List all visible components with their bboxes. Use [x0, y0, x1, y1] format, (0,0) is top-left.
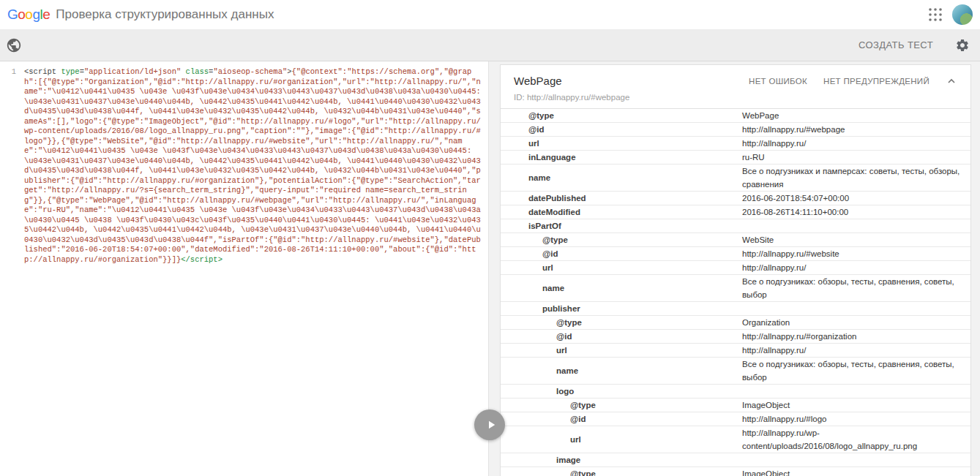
property-name: url	[501, 433, 742, 446]
property-name: @id	[501, 412, 742, 426]
create-test-button[interactable]: СОЗДАТЬ ТЕСТ	[859, 39, 933, 50]
user-avatar[interactable]	[952, 4, 973, 25]
structured-data-result-card: WebPage НЕТ ОШИБОК НЕТ ПРЕДУПРЕЖДЕНИЙ ID…	[500, 64, 971, 476]
property-row: logo	[501, 384, 970, 398]
property-value: Все о подгузниках и памперсах: советы, т…	[742, 165, 970, 191]
property-value: http://allnappy.ru/#logo	[742, 412, 970, 426]
property-name: name	[501, 364, 742, 377]
property-value: http://allnappy.ru/#organization	[742, 330, 970, 343]
code-segment-atn: type	[61, 67, 79, 76]
play-icon	[485, 418, 498, 431]
property-value: ImageObject	[742, 467, 970, 476]
code-segment-etag: </script>	[181, 255, 222, 264]
app-header: Google Проверка структурированных данных	[0, 0, 980, 29]
entity-type-title: WebPage	[514, 75, 749, 87]
property-name: @type	[501, 109, 742, 122]
property-row: @typeOrganization	[501, 315, 970, 329]
property-name: dateModified	[501, 205, 742, 219]
logo-letter: g	[32, 7, 40, 22]
property-value: http://allnappy.ru/#webpage	[742, 123, 970, 136]
property-value: ImageObject	[742, 398, 970, 412]
property-name: @id	[501, 330, 742, 343]
property-value: WebSite	[742, 233, 970, 246]
result-card-header: WebPage НЕТ ОШИБОК НЕТ ПРЕДУПРЕЖДЕНИЙ ID…	[501, 65, 970, 109]
warnings-filter[interactable]: НЕТ ПРЕДУПРЕЖДЕНИЙ	[823, 77, 929, 86]
google-logo[interactable]: Google	[7, 7, 50, 23]
property-row: nameВсе о подгузниках: обзоры, тесты, ср…	[501, 274, 970, 301]
property-value: 2016-08-26T14:11:10+00:00	[742, 205, 970, 219]
settings-gear-icon[interactable]	[955, 38, 970, 53]
code-editor-panel: 1 <script type="application/ld+json" cla…	[0, 61, 489, 476]
property-row: @typeImageObject	[501, 466, 970, 476]
property-row: nameВсе о подгузниках и памперсах: совет…	[501, 164, 970, 191]
property-row: @typeImageObject	[501, 398, 970, 412]
property-name: url	[501, 261, 742, 274]
logo-letter: e	[42, 7, 50, 22]
property-row: datePublished2016-06-20T18:54:07+00:00	[501, 191, 970, 205]
jsonld-code-editor[interactable]: <script type="application/ld+json" class…	[19, 61, 488, 476]
property-row: @idhttp://allnappy.ru/#webpage	[501, 122, 970, 136]
property-name: isPartOf	[501, 219, 742, 233]
page-title: Проверка структурированных данных	[56, 7, 929, 22]
property-name: @id	[501, 247, 742, 260]
property-name: url	[501, 137, 742, 150]
globe-icon[interactable]	[6, 37, 22, 53]
property-row: nameВсе о подгузниках: обзоры, тесты, ср…	[501, 357, 970, 384]
property-row: @typeWebPage	[501, 109, 970, 122]
logo-letter: o	[25, 7, 32, 22]
property-name: @type	[501, 233, 742, 246]
property-row: urlhttp://allnappy.ru/	[501, 260, 970, 274]
apps-grid-icon[interactable]	[929, 8, 942, 21]
property-row: isPartOf	[501, 219, 970, 233]
property-row: dateModified2016-08-26T14:11:10+00:00	[501, 205, 970, 219]
property-value: http://allnappy.ru/wp-content/uploads/20…	[742, 426, 970, 453]
property-name: image	[501, 453, 742, 466]
property-name: name	[501, 171, 742, 184]
property-name: publisher	[501, 302, 742, 315]
code-segment-atv: "application/ld+json"	[84, 67, 181, 76]
property-row: urlhttp://allnappy.ru/	[501, 343, 970, 357]
code-segment-atv: "aioseop-schema"	[213, 67, 287, 76]
code-segment-tag: <script	[24, 67, 61, 76]
logo-letter: G	[7, 7, 18, 22]
property-row: @idhttp://allnappy.ru/#organization	[501, 329, 970, 343]
code-segment-atn: class	[186, 67, 209, 76]
property-name: inLanguage	[501, 151, 742, 164]
property-row: @typeWebSite	[501, 233, 970, 246]
property-value: ru-RU	[742, 151, 970, 164]
property-name: @type	[501, 316, 742, 329]
property-value: WebPage	[742, 109, 970, 122]
property-row: @idhttp://allnappy.ru/#logo	[501, 412, 970, 426]
property-name: @type	[501, 467, 742, 476]
entity-id: ID: http://allnappy.ru/#webpage	[514, 93, 957, 102]
property-name: name	[501, 282, 742, 295]
property-value: 2016-06-20T18:54:07+00:00	[742, 192, 970, 205]
property-value: http://allnappy.ru/#website	[742, 247, 970, 260]
logo-letter: o	[18, 7, 25, 22]
property-row: urlhttp://allnappy.ru/wp-content/uploads…	[501, 426, 970, 453]
line-number-gutter: 1	[0, 61, 19, 476]
property-name: @id	[501, 123, 742, 136]
property-value: http://allnappy.ru/	[742, 137, 970, 150]
property-value: Все о подгузниках: обзоры, тесты, сравне…	[742, 358, 970, 384]
property-row: @idhttp://allnappy.ru/#website	[501, 246, 970, 260]
errors-filter[interactable]: НЕТ ОШИБОК	[749, 77, 807, 86]
property-value: Все о подгузниках: обзоры, тесты, сравне…	[742, 275, 970, 301]
code-segment-str: {"@context":"https://schema.org","@graph…	[24, 67, 485, 264]
run-test-button[interactable]	[474, 409, 505, 440]
property-row: urlhttp://allnappy.ru/	[501, 136, 970, 150]
property-value: http://allnappy.ru/	[742, 261, 970, 274]
property-row: image	[501, 453, 970, 466]
property-name: @type	[501, 398, 742, 412]
collapse-chevron-icon[interactable]	[946, 75, 957, 87]
property-value: Organization	[742, 316, 970, 329]
property-row: publisher	[501, 301, 970, 315]
property-table: @typeWebPage@idhttp://allnappy.ru/#webpa…	[501, 109, 970, 476]
main-content: 1 <script type="application/ld+json" cla…	[0, 61, 980, 476]
property-value: http://allnappy.ru/	[742, 344, 970, 357]
toolbar: СОЗДАТЬ ТЕСТ	[0, 29, 980, 61]
property-row: inLanguageru-RU	[501, 150, 970, 164]
property-name: datePublished	[501, 192, 742, 205]
property-name: logo	[501, 385, 742, 398]
property-name: url	[501, 344, 742, 357]
